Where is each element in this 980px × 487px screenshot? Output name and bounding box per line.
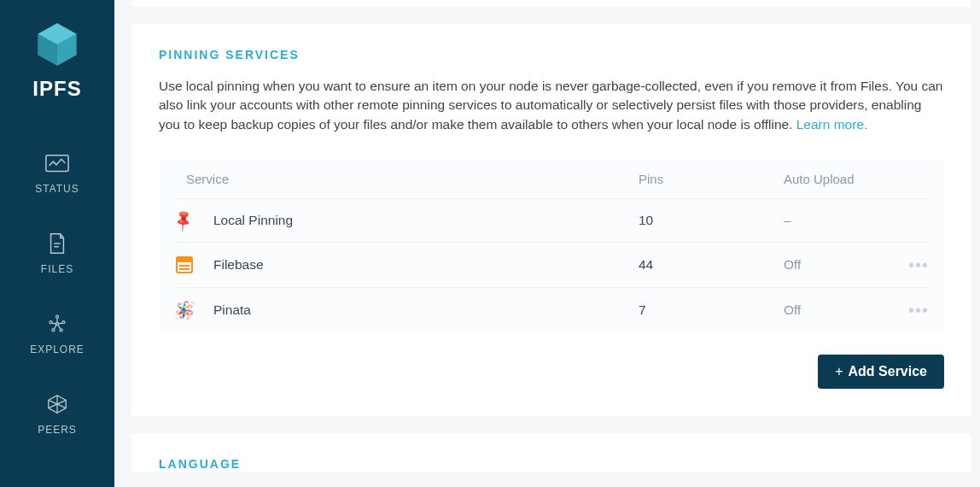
col-service-header: Service — [186, 172, 639, 186]
section-title: LANGUAGE — [159, 457, 944, 471]
nav-explore-label: EXPLORE — [30, 343, 85, 355]
prev-card-edge — [131, 0, 971, 7]
svg-rect-24 — [179, 265, 190, 267]
svg-point-7 — [56, 315, 59, 318]
plus-icon: + — [835, 364, 843, 378]
pins-count: 44 — [639, 257, 784, 273]
status-icon — [44, 152, 70, 174]
logo[interactable]: IPFS — [32, 21, 81, 101]
pins-count: 10 — [639, 213, 784, 228]
svg-line-14 — [52, 323, 56, 324]
service-name: Local Pinning — [213, 213, 639, 228]
nav-peers-label: PEERS — [38, 424, 77, 436]
svg-point-11 — [52, 329, 55, 332]
svg-line-16 — [54, 325, 56, 329]
pinning-services-card: PINNING SERVICES Use local pinning when … — [131, 24, 971, 416]
nav-status[interactable]: STATUS — [0, 133, 114, 214]
table-header: Service Pins Auto Upload — [174, 160, 929, 199]
language-card: LANGUAGE — [131, 433, 971, 472]
svg-point-9 — [62, 321, 65, 324]
svg-line-15 — [58, 323, 62, 324]
service-name: Pinata — [213, 302, 639, 318]
ipfs-cube-icon — [33, 21, 81, 68]
nav-peers[interactable]: PEERS — [0, 374, 114, 455]
row-menu-button[interactable]: ••• — [908, 302, 929, 319]
nav-status-label: STATUS — [35, 183, 79, 195]
table-row: Filebase 44 Off ••• — [174, 243, 929, 288]
col-auto-header: Auto Upload — [784, 172, 895, 186]
svg-rect-23 — [177, 257, 192, 262]
main-content: PINNING SERVICES Use local pinning when … — [114, 0, 980, 487]
logo-text: IPFS — [32, 77, 81, 101]
auto-upload-value: – — [784, 213, 895, 228]
col-pins-header: Pins — [639, 172, 784, 186]
section-title: PINNING SERVICES — [159, 48, 944, 62]
add-service-button[interactable]: + Add Service — [818, 355, 944, 389]
pin-icon: 📌 — [171, 208, 197, 234]
row-menu-button[interactable]: ••• — [908, 256, 929, 273]
nav-explore[interactable]: EXPLORE — [0, 294, 114, 374]
explore-icon — [44, 313, 70, 335]
filebase-icon — [174, 255, 213, 275]
nav: STATUS FILES — [0, 133, 114, 455]
sidebar: IPFS STATUS FILES — [0, 0, 114, 487]
add-service-label: Add Service — [849, 364, 927, 378]
pinning-services-table: Service Pins Auto Upload 📌 Local Pinning… — [159, 160, 944, 332]
svg-rect-25 — [179, 268, 190, 270]
pinata-icon: 🪅 — [174, 300, 213, 320]
pins-count: 7 — [639, 302, 784, 318]
service-name: Filebase — [213, 257, 639, 273]
nav-files-label: FILES — [41, 263, 73, 275]
auto-upload-value: Off — [784, 257, 895, 273]
table-row: 📌 Local Pinning 10 – — [174, 199, 929, 243]
svg-point-12 — [60, 329, 62, 332]
files-icon — [44, 232, 70, 255]
learn-more-link[interactable]: Learn more. — [796, 117, 868, 132]
svg-point-8 — [50, 321, 52, 324]
svg-point-10 — [56, 323, 59, 326]
svg-line-17 — [58, 325, 61, 329]
peers-icon — [44, 393, 70, 415]
button-row: + Add Service — [159, 355, 944, 389]
nav-files[interactable]: FILES — [0, 214, 114, 294]
section-description: Use local pinning when you want to ensur… — [159, 77, 944, 134]
table-row: 🪅 Pinata 7 Off ••• — [174, 288, 929, 332]
auto-upload-value: Off — [784, 302, 895, 318]
